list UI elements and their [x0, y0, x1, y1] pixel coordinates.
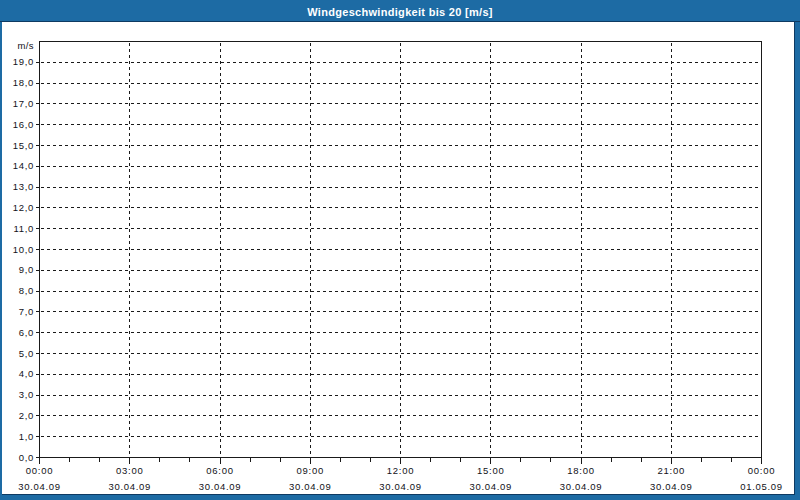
svg-text:12,0: 12,0: [13, 202, 34, 213]
x-tick-labels: 00:0030.04.0903:0030.04.0906:0030.04.090…: [18, 465, 783, 492]
svg-text:12:00: 12:00: [387, 465, 414, 476]
svg-text:11,0: 11,0: [13, 223, 34, 234]
svg-text:0,0: 0,0: [19, 452, 34, 463]
svg-text:30.04.09: 30.04.09: [379, 481, 422, 492]
svg-text:4,0: 4,0: [19, 368, 34, 379]
svg-text:30.04.09: 30.04.09: [289, 481, 332, 492]
svg-text:30.04.09: 30.04.09: [18, 481, 61, 492]
svg-text:5,0: 5,0: [19, 348, 34, 359]
window-title: Windgeschwindigkeit bis 20 [m/s]: [307, 6, 493, 18]
svg-text:21:00: 21:00: [658, 465, 685, 476]
svg-text:15,0: 15,0: [13, 140, 34, 151]
svg-text:15:00: 15:00: [477, 465, 504, 476]
svg-text:30.04.09: 30.04.09: [469, 481, 512, 492]
svg-text:30.04.09: 30.04.09: [199, 481, 242, 492]
svg-text:06:00: 06:00: [206, 465, 233, 476]
svg-text:8,0: 8,0: [19, 285, 34, 296]
chart-canvas: 0,01,02,03,04,05,06,07,08,09,010,011,012…: [2, 22, 794, 494]
svg-text:9,0: 9,0: [19, 264, 34, 275]
svg-text:00:00: 00:00: [26, 465, 53, 476]
svg-text:30.04.09: 30.04.09: [650, 481, 693, 492]
chart-content: 0,01,02,03,04,05,06,07,08,09,010,011,012…: [2, 22, 795, 495]
y-tick-labels: 0,01,02,03,04,05,06,07,08,09,010,011,012…: [13, 40, 34, 463]
y-axis-unit-label: m/s: [17, 40, 34, 51]
svg-text:00:00: 00:00: [748, 465, 775, 476]
svg-text:09:00: 09:00: [297, 465, 324, 476]
svg-text:10,0: 10,0: [13, 244, 34, 255]
window-titlebar: Windgeschwindigkeit bis 20 [m/s]: [0, 0, 800, 22]
svg-text:19,0: 19,0: [13, 56, 34, 67]
svg-text:14,0: 14,0: [13, 160, 34, 171]
y-axis-ticks: [36, 62, 40, 457]
svg-text:01.05.09: 01.05.09: [740, 481, 783, 492]
svg-text:16,0: 16,0: [13, 119, 34, 130]
svg-text:13,0: 13,0: [13, 181, 34, 192]
x-axis-ticks: [40, 458, 762, 464]
svg-text:30.04.09: 30.04.09: [560, 481, 603, 492]
svg-text:18:00: 18:00: [567, 465, 594, 476]
svg-text:1,0: 1,0: [19, 431, 34, 442]
svg-text:6,0: 6,0: [19, 327, 34, 338]
svg-text:30.04.09: 30.04.09: [108, 481, 151, 492]
svg-text:03:00: 03:00: [116, 465, 143, 476]
svg-text:18,0: 18,0: [13, 77, 34, 88]
svg-text:17,0: 17,0: [13, 98, 34, 109]
chart-window: Windgeschwindigkeit bis 20 [m/s] 0,01,02…: [0, 0, 800, 500]
svg-text:7,0: 7,0: [19, 306, 34, 317]
svg-text:2,0: 2,0: [19, 410, 34, 421]
svg-text:3,0: 3,0: [19, 389, 34, 400]
